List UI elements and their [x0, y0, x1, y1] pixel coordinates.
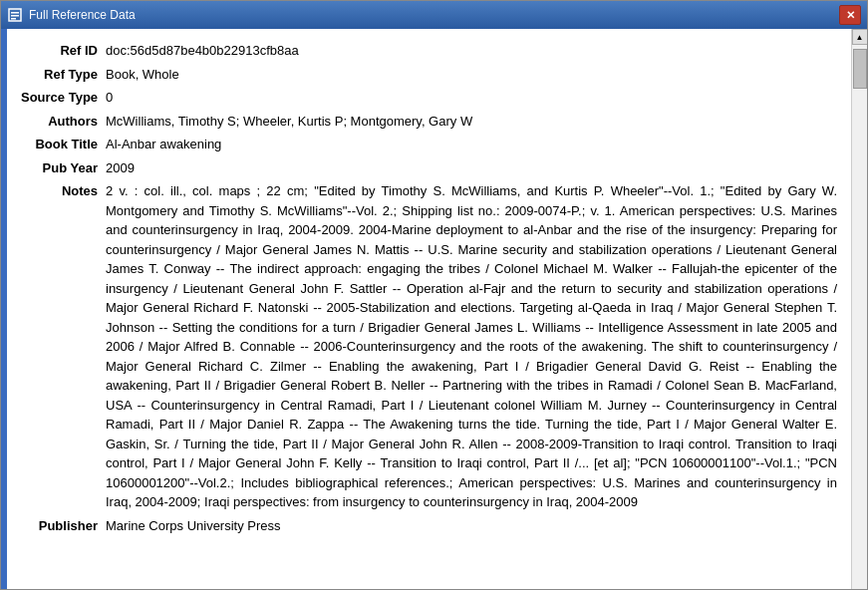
title-bar-controls: ✕ — [839, 5, 861, 25]
svg-rect-2 — [11, 15, 19, 17]
pub-year-value: 2009 — [106, 158, 837, 178]
title-bar: Full Reference Data ✕ — [1, 1, 867, 29]
scroll-up-button[interactable]: ▲ — [852, 29, 868, 45]
authors-value: McWilliams, Timothy S; Wheeler, Kurtis P… — [106, 112, 837, 132]
publisher-value: Marine Corps University Press — [106, 516, 837, 536]
main-content[interactable]: Ref ID doc:56d5d87be4b0b22913cfb8aa Ref … — [7, 29, 851, 589]
scroll-thumb[interactable] — [853, 49, 867, 89]
source-type-row: Source Type 0 — [21, 88, 837, 108]
ref-type-row: Ref Type Book, Whole — [21, 65, 837, 85]
notes-label: Notes — [21, 181, 106, 512]
publisher-row: Publisher Marine Corps University Press — [21, 516, 837, 536]
svg-rect-1 — [11, 12, 19, 14]
book-title-label: Book Title — [21, 135, 106, 154]
window-icon — [7, 7, 23, 23]
scrollbar[interactable]: ▲ — [851, 29, 867, 589]
book-title-value: Al-Anbar awakening — [106, 135, 837, 154]
ref-id-value: doc:56d5d87be4b0b22913cfb8aa — [106, 41, 837, 61]
authors-label: Authors — [21, 112, 106, 132]
content-area: Ref ID doc:56d5d87be4b0b22913cfb8aa Ref … — [1, 29, 867, 589]
title-bar-left: Full Reference Data — [7, 7, 136, 23]
book-title-row: Book Title Al-Anbar awakening — [21, 135, 837, 154]
publisher-label: Publisher — [21, 516, 106, 536]
pub-year-row: Pub Year 2009 — [21, 158, 837, 178]
notes-row: Notes 2 v. : col. ill., col. maps ; 22 c… — [21, 181, 837, 512]
source-type-value: 0 — [106, 88, 837, 108]
close-button[interactable]: ✕ — [839, 5, 861, 25]
window-title: Full Reference Data — [29, 8, 136, 22]
svg-rect-3 — [11, 18, 16, 20]
ref-type-value: Book, Whole — [106, 65, 837, 85]
source-type-label: Source Type — [21, 88, 106, 108]
main-window: Full Reference Data ✕ Ref ID doc:56d5d87… — [0, 0, 868, 590]
pub-year-label: Pub Year — [21, 158, 106, 178]
notes-value: 2 v. : col. ill., col. maps ; 22 cm; "Ed… — [106, 181, 837, 512]
ref-id-label: Ref ID — [21, 41, 106, 61]
ref-type-label: Ref Type — [21, 65, 106, 85]
authors-row: Authors McWilliams, Timothy S; Wheeler, … — [21, 112, 837, 132]
ref-id-row: Ref ID doc:56d5d87be4b0b22913cfb8aa — [21, 41, 837, 61]
